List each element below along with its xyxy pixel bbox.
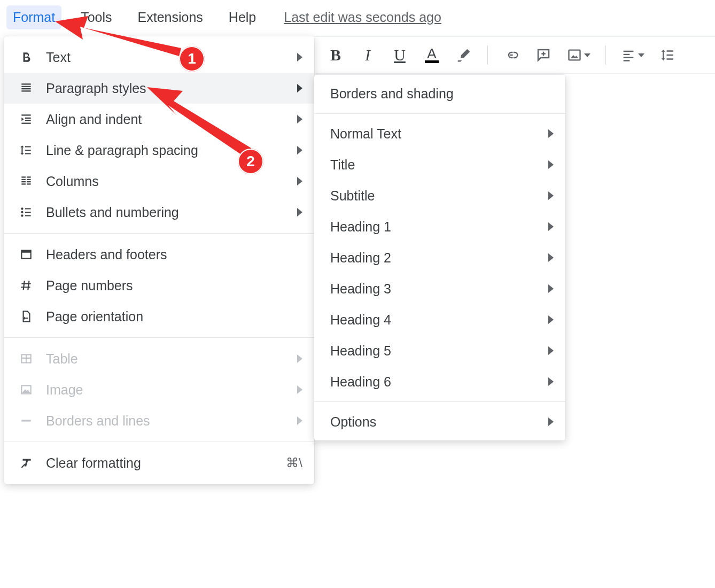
submenu-borders-shading[interactable]: Borders and shading [314, 78, 565, 109]
last-edit-text: Last edit was seconds ago [284, 10, 441, 25]
format-bullets-numbering-label: Bullets and numbering [46, 205, 291, 220]
menu-extensions-label: Extensions [138, 10, 203, 25]
submenu-title[interactable]: Title [314, 149, 565, 180]
submenu-heading-3-label: Heading 3 [330, 281, 391, 297]
line-spacing-button[interactable] [657, 44, 679, 66]
chevron-right-icon [297, 385, 302, 394]
chevron-right-icon [548, 284, 554, 293]
underline-icon: U [394, 46, 406, 64]
submenu-title-label: Title [330, 157, 355, 173]
format-table: Table [4, 343, 314, 374]
format-clear-formatting[interactable]: Clear formatting ⌘\ [4, 447, 314, 478]
menubar: Format Tools Extensions Help Last edit w… [0, 0, 715, 34]
chevron-right-icon [297, 115, 302, 123]
format-text-label: Text [46, 50, 291, 65]
format-page-orientation[interactable]: Page orientation [4, 301, 314, 332]
last-edit-link[interactable]: Last edit was seconds ago [284, 10, 441, 25]
submenu-normal-text-label: Normal Text [330, 126, 401, 142]
menu-separator [4, 442, 314, 442]
submenu-heading-1[interactable]: Heading 1 [314, 211, 565, 242]
format-line-spacing[interactable]: Line & paragraph spacing [4, 135, 314, 166]
chevron-right-icon [297, 177, 302, 185]
picture-icon [567, 48, 582, 63]
submenu-heading-4[interactable]: Heading 4 [314, 304, 565, 335]
format-dropdown: Text Paragraph styles Align and indent L… [4, 36, 314, 484]
format-text[interactable]: Text [4, 42, 314, 73]
format-page-orientation-label: Page orientation [46, 309, 302, 324]
menu-help-label: Help [229, 10, 256, 25]
chevron-right-icon [297, 84, 302, 92]
underline-button[interactable]: U [389, 44, 410, 66]
chevron-right-icon [548, 129, 554, 138]
menu-tools[interactable]: Tools [74, 5, 118, 29]
format-table-label: Table [46, 351, 291, 367]
format-page-numbers[interactable]: Page numbers [4, 270, 314, 301]
line-spacing-icon [18, 142, 34, 158]
submenu-heading-5[interactable]: Heading 5 [314, 335, 565, 366]
chevron-right-icon [297, 416, 302, 425]
chevron-down-icon [638, 53, 644, 57]
menu-extensions[interactable]: Extensions [131, 5, 209, 29]
chevron-right-icon [548, 191, 554, 200]
menu-tools-label: Tools [81, 10, 112, 25]
chevron-right-icon [297, 146, 302, 154]
submenu-options[interactable]: Options [314, 406, 565, 437]
format-bullets-numbering[interactable]: Bullets and numbering [4, 197, 314, 228]
format-columns[interactable]: Columns [4, 166, 314, 197]
bullets-icon [18, 204, 34, 220]
line-spacing-icon [660, 47, 676, 63]
menu-separator [4, 233, 314, 234]
submenu-heading-5-label: Heading 5 [330, 343, 391, 359]
table-icon [18, 351, 34, 367]
menu-separator [314, 113, 565, 114]
submenu-heading-3[interactable]: Heading 3 [314, 273, 565, 304]
menu-help[interactable]: Help [222, 5, 262, 29]
menu-format[interactable]: Format [6, 5, 61, 29]
paragraph-icon [18, 80, 34, 96]
submenu-heading-6[interactable]: Heading 6 [314, 366, 565, 397]
format-headers-footers[interactable]: Headers and footers [4, 239, 314, 270]
align-button[interactable] [619, 44, 647, 66]
chevron-right-icon [548, 346, 554, 355]
submenu-heading-1-label: Heading 1 [330, 219, 391, 235]
link-icon [503, 47, 519, 63]
format-paragraph-styles[interactable]: Paragraph styles [4, 73, 314, 104]
submenu-borders-shading-label: Borders and shading [330, 86, 454, 102]
format-paragraph-styles-label: Paragraph styles [46, 81, 291, 96]
headers-icon [18, 246, 34, 262]
format-line-spacing-label: Line & paragraph spacing [46, 143, 291, 158]
submenu-normal-text[interactable]: Normal Text [314, 118, 565, 149]
format-clear-formatting-label: Clear formatting [46, 455, 286, 471]
insert-image-button[interactable] [565, 44, 593, 66]
highlight-button[interactable] [453, 44, 475, 66]
format-align-indent[interactable]: Align and indent [4, 104, 314, 135]
svg-rect-0 [569, 50, 580, 60]
format-image-label: Image [46, 382, 291, 398]
chevron-right-icon [548, 222, 554, 231]
submenu-heading-4-label: Heading 4 [330, 312, 391, 328]
submenu-options-label: Options [330, 414, 376, 430]
italic-icon: I [365, 46, 370, 64]
add-comment-button[interactable] [533, 44, 554, 66]
bold-button[interactable]: B [325, 44, 346, 66]
chevron-down-icon [584, 53, 590, 57]
format-image: Image [4, 374, 314, 405]
toolbar-separator [487, 45, 488, 65]
svg-point-1 [21, 207, 23, 210]
text-color-icon: A [425, 48, 439, 63]
insert-link-button[interactable] [501, 44, 522, 66]
text-color-button[interactable]: A [421, 44, 442, 66]
submenu-heading-2[interactable]: Heading 2 [314, 242, 565, 273]
chevron-right-icon [548, 377, 554, 386]
submenu-subtitle[interactable]: Subtitle [314, 180, 565, 211]
format-page-numbers-label: Page numbers [46, 278, 302, 293]
hash-icon [18, 277, 34, 293]
submenu-subtitle-label: Subtitle [330, 188, 375, 204]
page-orientation-icon [18, 308, 34, 324]
chevron-right-icon [297, 53, 302, 61]
chevron-right-icon [297, 208, 302, 216]
italic-button[interactable]: I [357, 44, 378, 66]
menu-separator [4, 337, 314, 338]
format-borders-lines: Borders and lines [4, 405, 314, 436]
toolbar: B I U A [314, 36, 715, 74]
